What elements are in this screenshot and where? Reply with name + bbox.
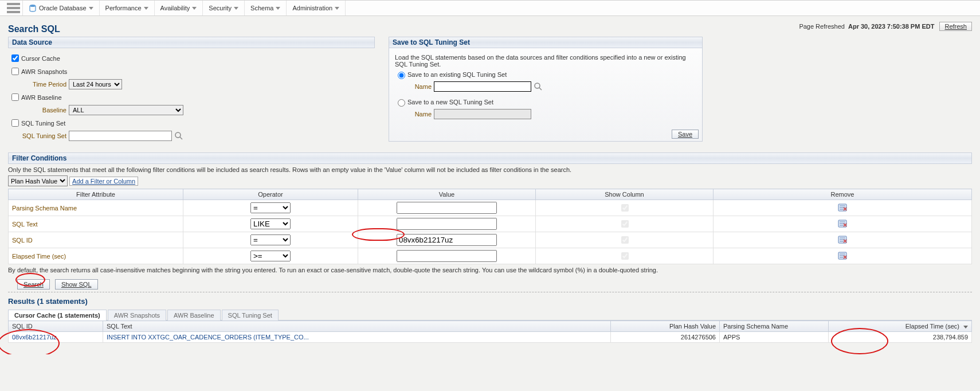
existing-name-input[interactable] <box>434 81 531 92</box>
elapsed-cell: 238,794.859 <box>829 332 972 343</box>
baseline-select[interactable]: ALL <box>69 105 183 115</box>
chevron-down-icon <box>89 7 93 10</box>
chevron-down-icon <box>335 7 339 10</box>
sts-name-input[interactable] <box>69 131 172 141</box>
phv-cell: 2614276506 <box>611 332 720 343</box>
cursor-cache-label: Cursor Cache <box>21 55 60 62</box>
search-icon[interactable] <box>174 131 183 140</box>
sql-id-link[interactable]: 08vx6b21217uz <box>12 334 57 341</box>
tab-awr-baseline[interactable]: AWR Baseline <box>167 310 221 320</box>
show-column-checkbox <box>621 252 629 260</box>
time-period-select[interactable]: Last 24 hours <box>69 79 122 89</box>
menu-label: Oracle Database <box>39 5 87 11</box>
show-column-checkbox <box>621 204 629 212</box>
value-input[interactable] <box>397 250 497 262</box>
show-sql-button[interactable]: Show SQL <box>55 279 98 290</box>
col-remove: Remove <box>714 189 972 200</box>
tab-awr-snapshots[interactable]: AWR Snapshots <box>108 310 166 320</box>
operator-select[interactable]: = <box>250 234 291 245</box>
save-button[interactable]: Save <box>672 130 699 139</box>
col-schema[interactable]: Parsing Schema Name <box>720 321 829 332</box>
baseline-label: Baseline <box>22 107 66 114</box>
menu-label: Administration <box>292 5 332 11</box>
database-icon <box>29 4 37 12</box>
awr-baseline-label: AWR Baseline <box>21 94 62 101</box>
svg-line-2 <box>180 137 182 139</box>
remove-icon[interactable] <box>837 255 848 262</box>
existing-name-label: Name <box>407 83 432 90</box>
tab-sts[interactable]: SQL Tuning Set <box>222 310 279 320</box>
operator-select[interactable]: >= <box>250 251 291 261</box>
filter-note: By default, the search returns all case-… <box>8 267 972 273</box>
operator-select[interactable]: LIKE <box>250 218 291 229</box>
col-show: Show Column <box>536 189 714 200</box>
sts-checkbox[interactable] <box>11 119 19 127</box>
col-elapsed[interactable]: Elapsed Time (sec) <box>829 321 972 332</box>
schema-cell: APPS <box>720 332 829 343</box>
menu-label: Security <box>209 5 232 11</box>
value-input[interactable] <box>397 202 497 214</box>
filter-header: Filter Conditions <box>8 153 972 164</box>
col-sql-id[interactable]: SQL ID <box>9 321 103 332</box>
add-filter-select[interactable]: Plan Hash Value <box>8 175 68 186</box>
save-new-radio[interactable] <box>398 99 405 107</box>
save-existing-radio[interactable] <box>398 72 405 79</box>
hamburger-icon[interactable] <box>5 1 23 15</box>
chevron-down-icon <box>276 7 280 10</box>
search-icon[interactable] <box>534 82 543 91</box>
remove-icon[interactable] <box>837 223 848 230</box>
filter-attr: SQL Text <box>9 216 183 232</box>
menu-performance[interactable]: Performance <box>100 1 155 15</box>
menu-security[interactable]: Security <box>203 1 245 15</box>
filter-row: Parsing Schema Name= <box>9 200 972 216</box>
save-sts-header: Save to SQL Tuning Set <box>389 37 702 48</box>
sort-desc-icon <box>963 326 968 329</box>
refresh-button[interactable]: Refresh <box>939 22 972 31</box>
add-filter-link[interactable]: Add a Filter or Column <box>69 177 138 186</box>
separator <box>8 292 972 292</box>
filter-row: SQL TextLIKE <box>9 216 972 232</box>
tab-cursor-cache[interactable]: Cursor Cache (1 statements) <box>8 310 107 320</box>
value-input[interactable] <box>397 234 497 246</box>
remove-icon[interactable] <box>837 239 848 246</box>
menu-oracle-database[interactable]: Oracle Database <box>23 1 100 15</box>
svg-point-1 <box>175 132 181 138</box>
cursor-cache-checkbox[interactable] <box>11 54 19 62</box>
svg-point-0 <box>30 5 36 7</box>
save-new-label: Save to a new SQL Tuning Set <box>407 99 493 105</box>
filter-attr: Parsing Schema Name <box>9 200 183 216</box>
results-header: Results (1 statements) <box>8 297 972 306</box>
col-phv[interactable]: Plan Hash Value <box>611 321 720 332</box>
save-sts-intro: Load the SQL statements based on the dat… <box>395 54 696 68</box>
time-period-label: Time Period <box>22 81 66 88</box>
menu-administration[interactable]: Administration <box>287 1 346 15</box>
menu-label: Performance <box>105 5 142 11</box>
menu-schema[interactable]: Schema <box>245 1 287 15</box>
chevron-down-icon <box>192 7 197 10</box>
svg-point-3 <box>535 83 540 88</box>
results-tabstrip: Cursor Cache (1 statements) AWR Snapshot… <box>8 309 972 320</box>
filter-attr: SQL ID <box>9 232 183 248</box>
filter-row: Elapsed Time (sec)>= <box>9 248 972 264</box>
show-column-checkbox <box>621 236 629 244</box>
menu-availability[interactable]: Availability <box>155 1 203 15</box>
value-input[interactable] <box>397 218 497 230</box>
table-row: 08vx6b21217uzINSERT INTO XXTGC_OAR_CADEN… <box>9 332 972 343</box>
sql-text-link[interactable]: INSERT INTO XXTGC_OAR_CADENCE_ORDERS (IT… <box>107 334 309 341</box>
show-column-checkbox <box>621 220 629 228</box>
filter-table: Filter Attribute Operator Value Show Col… <box>8 189 972 264</box>
col-sql-text[interactable]: SQL Text <box>103 321 611 332</box>
awr-baseline-checkbox[interactable] <box>11 93 19 101</box>
awr-snapshots-checkbox[interactable] <box>11 68 19 75</box>
save-existing-label: Save to an existing SQL Tuning Set <box>407 71 507 78</box>
search-button[interactable]: Search <box>17 279 50 290</box>
save-sts-panel: Save to SQL Tuning Set Load the SQL stat… <box>389 37 703 142</box>
remove-icon[interactable] <box>837 207 848 214</box>
svg-line-4 <box>539 88 542 90</box>
col-filter-attribute: Filter Attribute <box>9 189 183 200</box>
results-table: SQL ID SQL Text Plan Hash Value Parsing … <box>8 320 972 343</box>
operator-select[interactable]: = <box>250 202 291 213</box>
page-refresh-info: Page Refreshed Apr 30, 2023 7:50:38 PM E… <box>799 22 972 31</box>
chevron-down-icon <box>234 7 238 10</box>
new-name-label: Name <box>407 111 432 118</box>
